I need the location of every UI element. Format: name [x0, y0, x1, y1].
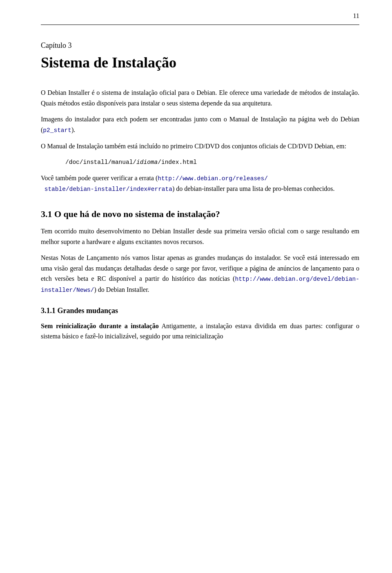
top-divider [41, 25, 359, 25]
code-path: /doc/install/manual/idioma/index.html [65, 159, 359, 166]
page-number: 11 [353, 12, 359, 20]
page: 11 Capítulo 3 Sistema de Instalação O De… [0, 0, 392, 573]
bold-term: Sem reinicialização durante a instalação [41, 322, 159, 329]
section-3-1-1-title: 3.1.1 Grandes mudanças [41, 307, 359, 315]
cdrom-text: O Manual de Instalação também está inclu… [41, 143, 346, 150]
intro-text-1: O Debian Installer é o sistema de instal… [41, 89, 359, 107]
section-3-1-text-1: Tem ocorrido muito desenvolvimento no De… [41, 228, 359, 245]
section-3-1-para-1: Tem ocorrido muito desenvolvimento no De… [41, 226, 359, 247]
section-3-1-title: 3.1 O que há de novo no sistema de insta… [41, 209, 359, 219]
cdrom-paragraph: O Manual de Instalação também está inclu… [41, 141, 359, 152]
errata-text-start: Você também pode querer verificar a erra… [41, 175, 158, 181]
grandes-mudancas-para: Sem reinicialização durante a instalação… [41, 321, 359, 342]
section-3-1-para-2: Nestas Notas de Lançamento nós vamos lis… [41, 253, 359, 295]
link-releases-stable[interactable]: p2_start [43, 127, 71, 134]
intro-paragraph-2: Imagens do instalador para etch podem se… [41, 114, 359, 135]
section-3-1-text-end: ) do Debian Installer. [94, 286, 149, 293]
chapter-title: Sistema de Instalação [41, 54, 359, 71]
installer-images-end: ). [71, 126, 75, 133]
errata-text-end: ) do debian-installer para uma lista de … [172, 185, 335, 192]
errata-paragraph: Você também pode querer verificar a erra… [41, 173, 359, 194]
installer-images-text: Imagens do instalador para etch podem se… [41, 116, 359, 133]
intro-paragraph-1: O Debian Installer é o sistema de instal… [41, 87, 359, 108]
chapter-label: Capítulo 3 [41, 41, 359, 50]
